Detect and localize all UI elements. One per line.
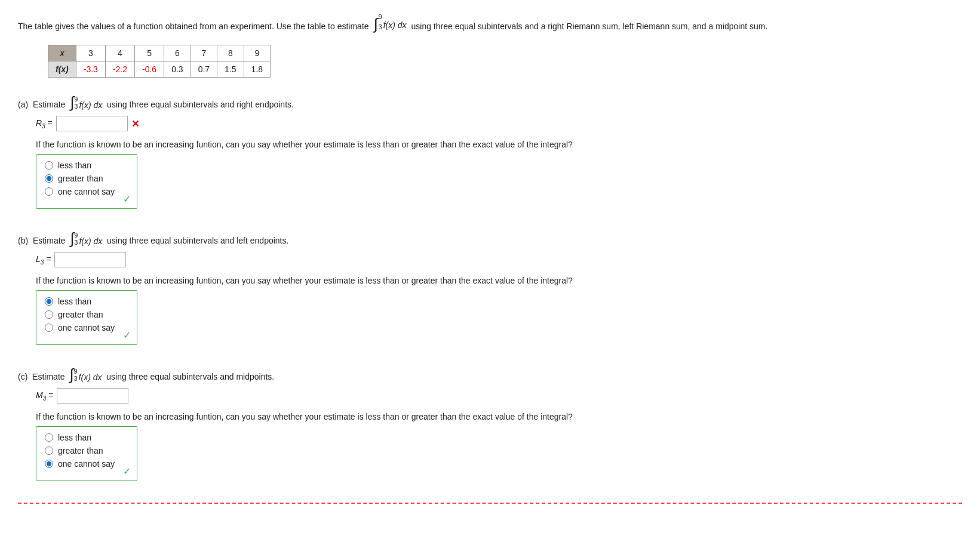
error-icon-a: ✕ xyxy=(131,118,139,130)
radio-b-greater[interactable] xyxy=(45,310,53,319)
intro-suffix: using three equal subintervals and a rig… xyxy=(411,21,767,31)
bottom-border xyxy=(18,503,962,504)
integral-limits-b: 9 3 xyxy=(74,232,78,246)
radio-item-c-less[interactable]: less than xyxy=(45,433,127,442)
intro-lower-limit: 3 xyxy=(379,22,382,32)
radio-item-c-greater[interactable]: greater than xyxy=(45,446,127,455)
radio-a-cannot-label: one cannot say xyxy=(58,187,115,196)
table-val-6: 1.8 xyxy=(244,61,270,78)
integral-symbol-intro: ∫ xyxy=(373,16,377,32)
radio-b-cannot-label: one cannot say xyxy=(58,323,115,332)
table-fx-label: f(x) xyxy=(48,61,76,78)
radio-item-b-greater[interactable]: greater than xyxy=(45,310,127,319)
table-val-5: 1.5 xyxy=(217,61,244,78)
section-b: (b) Estimate ∫ 9 3 f(x) dx using three e… xyxy=(18,230,962,345)
table-val-2: -0.6 xyxy=(135,61,164,78)
part-a: (a) Estimate xyxy=(18,100,67,109)
radio-b-less[interactable] xyxy=(45,297,53,306)
section-a-label: (a) Estimate ∫ 9 3 f(x) dx using three e… xyxy=(18,94,962,110)
data-table: x 3 4 5 6 7 8 9 f(x) -3.3 -2.2 -0.6 0.3 … xyxy=(48,45,271,78)
radio-c-less-label: less than xyxy=(58,433,91,442)
table-header-5: 5 xyxy=(135,45,164,61)
radio-b-cannot[interactable] xyxy=(45,324,53,332)
radio-item-a-less[interactable]: less than xyxy=(45,161,127,170)
section-c: (c) Estimate ∫ 9 3 f(x) dx using three e… xyxy=(18,367,962,481)
radio-item-a-greater[interactable]: greater than xyxy=(45,174,127,183)
table-val-1: -2.2 xyxy=(105,61,134,78)
checkmark-b: ✓ xyxy=(123,329,131,341)
section-b-suffix: using three equal subintervals and left … xyxy=(105,236,288,245)
integral-symbol-b: ∫ xyxy=(70,230,74,246)
radio-b-greater-label: greater than xyxy=(58,310,103,319)
radio-item-b-less[interactable]: less than xyxy=(45,297,127,306)
integral-body-b: f(x) dx xyxy=(79,236,102,246)
answer-row-c: M3 = xyxy=(36,388,962,404)
intro-text: The table gives the values of a function… xyxy=(18,12,962,33)
table-header-6: 6 xyxy=(164,45,191,61)
answer-row-b: L3 = xyxy=(36,252,962,267)
question-text-a: If the function is known to be an increa… xyxy=(36,140,962,149)
radio-item-b-cannot[interactable]: one cannot say xyxy=(45,323,127,332)
table-val-4: 0.7 xyxy=(191,61,217,78)
table-val-0: -3.3 xyxy=(76,61,105,78)
table-header-4: 4 xyxy=(105,45,134,61)
table-header-9: 9 xyxy=(244,45,270,61)
section-c-integral: ∫ 9 3 f(x) dx xyxy=(69,367,102,382)
integral-limits-a: 9 3 xyxy=(74,96,78,110)
question-text-b: If the function is known to be an increa… xyxy=(36,276,962,285)
radio-a-greater[interactable] xyxy=(45,174,53,183)
intro-integral-body: f(x) dx xyxy=(383,19,407,32)
radio-a-less-label: less than xyxy=(58,161,91,170)
answer-input-b[interactable] xyxy=(54,252,126,267)
table-header-3: 3 xyxy=(76,45,105,61)
table-header-row: x 3 4 5 6 7 8 9 xyxy=(48,45,271,61)
integral-body-a: f(x) dx xyxy=(79,100,102,110)
integral-symbol-c: ∫ xyxy=(69,367,73,382)
upper-b: 9 xyxy=(74,232,78,239)
radio-a-less[interactable] xyxy=(45,161,53,170)
answer-label-c: M3 = xyxy=(36,390,53,402)
radio-item-a-cannot[interactable]: one cannot say xyxy=(45,187,127,196)
integral-limits-c: 9 3 xyxy=(73,368,77,382)
intro-integral: ∫ 9 3 f(x) dx xyxy=(373,12,406,32)
section-b-label: (b) Estimate ∫ 9 3 f(x) dx using three e… xyxy=(18,230,962,246)
radio-c-greater-label: greater than xyxy=(58,446,103,455)
table-values-row: f(x) -3.3 -2.2 -0.6 0.3 0.7 1.5 1.8 xyxy=(48,61,271,78)
radio-a-cannot[interactable] xyxy=(45,187,53,196)
table-val-3: 0.3 xyxy=(164,61,191,78)
part-c: (c) Estimate xyxy=(18,372,67,381)
answer-label-a: R3 = xyxy=(36,118,53,130)
radio-b-less-label: less than xyxy=(58,297,91,306)
table-header-8: 8 xyxy=(217,45,244,61)
radio-group-b: less than greater than one cannot say ✓ xyxy=(36,290,137,345)
checkmark-a: ✓ xyxy=(123,193,131,205)
section-a-suffix: using three equal subintervals and right… xyxy=(105,100,294,109)
radio-c-less[interactable] xyxy=(45,433,53,442)
lower-c: 3 xyxy=(73,375,77,382)
checkmark-c: ✓ xyxy=(123,466,131,477)
section-c-suffix: using three equal subintervals and midpo… xyxy=(104,372,274,381)
integral-symbol-a: ∫ xyxy=(70,94,74,110)
answer-input-a[interactable] xyxy=(56,116,128,131)
upper-a: 9 xyxy=(74,96,78,103)
question-text-c: If the function is known to be an increa… xyxy=(36,412,962,421)
radio-c-cannot[interactable] xyxy=(45,460,53,468)
intro-prefix: The table gives the values of a function… xyxy=(18,21,369,31)
radio-item-c-cannot[interactable]: one cannot say xyxy=(45,459,127,469)
section-a: (a) Estimate ∫ 9 3 f(x) dx using three e… xyxy=(18,94,962,209)
integral-body-c: f(x) dx xyxy=(79,372,102,382)
section-a-integral: ∫ 9 3 f(x) dx xyxy=(70,94,102,110)
upper-c: 9 xyxy=(73,368,77,375)
answer-input-c[interactable] xyxy=(57,388,128,404)
part-b: (b) Estimate xyxy=(18,236,67,245)
radio-group-c: less than greater than one cannot say ✓ xyxy=(36,426,137,481)
answer-row-a: R3 = ✕ xyxy=(36,116,962,131)
radio-c-greater[interactable] xyxy=(45,446,53,455)
table-header-7: 7 xyxy=(191,45,217,61)
radio-c-cannot-label: one cannot say xyxy=(58,459,115,469)
radio-a-greater-label: greater than xyxy=(58,174,103,183)
section-b-integral: ∫ 9 3 f(x) dx xyxy=(70,230,102,246)
radio-group-a: less than greater than one cannot say ✓ xyxy=(36,154,137,209)
integral-limits-intro: 9 3 xyxy=(379,12,382,32)
lower-b: 3 xyxy=(74,239,78,246)
